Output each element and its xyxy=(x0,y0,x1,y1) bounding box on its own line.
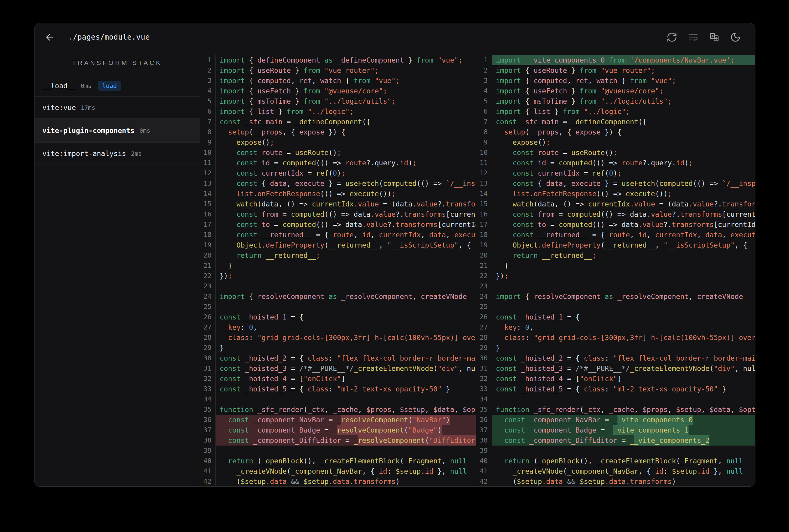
code-content: import __vite_components_0 from '/compon… xyxy=(492,55,755,65)
moon-icon xyxy=(730,32,741,43)
code-content: watch(data, () => currentIdx.value = (da… xyxy=(492,199,755,209)
code-line: 35function _sfc_render(_ctx, _cache, $pr… xyxy=(476,404,755,415)
code-line: 21 } xyxy=(200,261,476,271)
plugin-time: 2ms xyxy=(131,150,142,157)
code-content: return (_openBlock(), _createElementBloc… xyxy=(216,456,476,466)
code-content: } xyxy=(492,343,755,353)
line-number: 25 xyxy=(200,302,216,312)
line-number: 7 xyxy=(200,117,216,127)
line-number: 14 xyxy=(476,189,492,199)
code-line: 24import { resolveComponent as _resolveC… xyxy=(200,291,476,302)
code-content: import { list } from "../logic"; xyxy=(492,107,755,117)
code-line: 14 list.onFetchResponse(() => execute())… xyxy=(476,189,755,199)
plugin-name: vite:vue xyxy=(42,104,76,112)
code-line: 9 expose(); xyxy=(200,137,476,148)
dark-mode-button[interactable] xyxy=(730,32,741,43)
code-pane-before[interactable]: 1import { defineComponent as _defineComp… xyxy=(200,51,476,486)
code-line: 19 Object.defineProperty(__returned__, "… xyxy=(200,240,476,250)
line-number: 27 xyxy=(476,322,492,332)
line-number: 23 xyxy=(200,281,216,291)
code-line: 12 const currentIdx = ref(0); xyxy=(200,168,476,178)
code-line: 3import { computed, ref, watch } from "v… xyxy=(200,76,476,86)
line-number: 8 xyxy=(200,127,216,137)
line-number: 25 xyxy=(476,302,492,312)
plugin-time: 0ms xyxy=(81,82,92,90)
refresh-button[interactable] xyxy=(666,32,678,43)
plugin-name: __load__ xyxy=(42,82,76,90)
sidebar-item--load-[interactable]: __load__0msload xyxy=(35,75,200,97)
line-number: 36 xyxy=(476,415,492,425)
code-content: import { resolveComponent as _resolveCom… xyxy=(216,291,476,302)
code-line: 33const _hoisted_5 = { class: "ml-2 text… xyxy=(200,384,476,394)
line-number: 24 xyxy=(200,291,216,302)
line-number: 32 xyxy=(200,374,216,384)
code-line: 13 const { data, execute } = useFetch(co… xyxy=(200,178,476,189)
code-line: 20 return __returned__; xyxy=(200,250,476,261)
code-line: 16 const from = computed(() => data.valu… xyxy=(476,209,755,220)
page-title: ./pages/module.vue xyxy=(68,33,150,41)
code-content: const _hoisted_3 = /*#__PURE__*/_createE… xyxy=(492,363,755,374)
code-content: import { useRoute } from "vue-router"; xyxy=(492,65,755,76)
code-content: function _sfc_render(_ctx, _cache, $prop… xyxy=(216,404,476,415)
code-line: 1import { defineComponent as _defineComp… xyxy=(200,55,476,65)
code-content: return (_openBlock(), _createElementBloc… xyxy=(492,456,755,466)
code-content: } xyxy=(492,261,755,271)
code-content: key: 0, xyxy=(216,322,476,332)
code-line: 27 key: 0, xyxy=(476,322,755,332)
code-line: 10 const route = useRoute(); xyxy=(476,148,755,158)
code-line: 3import { computed, ref, watch } from "v… xyxy=(476,76,755,86)
line-number: 14 xyxy=(200,189,216,199)
code-line: 23 xyxy=(200,281,476,291)
line-number: 16 xyxy=(200,209,216,220)
plugin-name: vite-plugin-components xyxy=(42,127,135,134)
line-number: 37 xyxy=(476,425,492,435)
code-content: import { useFetch } from "@vueuse/core"; xyxy=(492,86,755,96)
line-number: 30 xyxy=(476,353,492,363)
code-content: const _component_DiffEditor = __vite_com… xyxy=(492,435,755,445)
line-number: 16 xyxy=(476,209,492,220)
code-line: 9 expose(); xyxy=(476,137,755,148)
code-content: const to = computed(() => data.value?.tr… xyxy=(216,220,476,230)
line-number: 23 xyxy=(476,281,492,291)
line-number: 11 xyxy=(200,158,216,168)
code-line: 38 const _component_DiffEditor = _resolv… xyxy=(200,435,476,445)
line-number: 2 xyxy=(200,65,216,76)
code-content: expose(); xyxy=(492,137,755,148)
code-line: 25 xyxy=(200,302,476,312)
code-line: 27 key: 0, xyxy=(200,322,476,332)
back-button[interactable] xyxy=(43,31,56,43)
line-number: 37 xyxy=(200,425,216,435)
code-line: 14 list.onFetchResponse(() => execute())… xyxy=(200,189,476,199)
sidebar-item-vite-import-analysis[interactable]: vite:import-analysis2ms xyxy=(35,143,200,165)
line-number: 7 xyxy=(476,117,492,127)
code-line: 18 const __returned__ = { route, id, cur… xyxy=(200,230,476,240)
code-content: import { useRoute } from "vue-router"; xyxy=(216,65,476,76)
plugin-time: 0ms xyxy=(140,127,150,134)
line-wrap-button[interactable] xyxy=(687,32,699,43)
toggle-diff-view-button[interactable] xyxy=(709,32,720,43)
refresh-icon xyxy=(666,32,677,43)
code-line: 4import { useFetch } from "@vueuse/core"… xyxy=(200,86,476,96)
code-content: ($setup.data && $setup.data.transforms) xyxy=(492,476,755,486)
code-content: const currentIdx = ref(0); xyxy=(216,168,476,178)
code-line: 19 Object.defineProperty(__returned__, "… xyxy=(476,240,755,250)
code-content: class: "grid grid-cols-[300px,3fr] h-[ca… xyxy=(492,332,755,343)
code-line: 26const _hoisted_1 = { xyxy=(476,312,755,322)
code-content: const _hoisted_4 = ["onClick"] xyxy=(492,374,755,384)
code-content: import { msToTime } from "../logic/utils… xyxy=(216,96,476,107)
code-line: 24import { resolveComponent as _resolveC… xyxy=(476,291,755,302)
line-number: 21 xyxy=(476,261,492,271)
code-content: setup(__props, { expose }) { xyxy=(216,127,476,137)
code-line: 13 const { data, execute } = useFetch(co… xyxy=(476,178,755,189)
code-pane-after[interactable]: 1import __vite_components_0 from '/compo… xyxy=(476,51,755,486)
code-content: import { computed, ref, watch } from "vu… xyxy=(216,76,476,86)
code-line: 21 } xyxy=(476,261,755,271)
line-number: 26 xyxy=(200,312,216,322)
line-number: 39 xyxy=(200,445,216,456)
sidebar-item-vite-plugin-components[interactable]: vite-plugin-components0ms xyxy=(35,118,200,143)
line-number: 3 xyxy=(476,76,492,86)
sidebar-item-vite-vue[interactable]: vite:vue17ms xyxy=(35,97,200,118)
line-number: 34 xyxy=(476,394,492,404)
code-content: const from = computed(() => data.value?.… xyxy=(492,209,755,220)
diff-panels-icon xyxy=(709,32,720,43)
